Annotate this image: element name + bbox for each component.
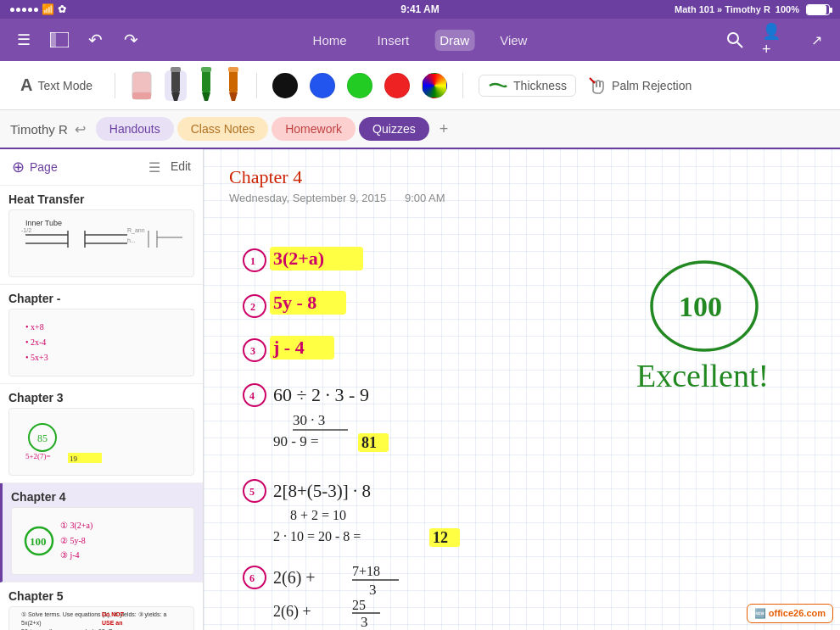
palm-rejection-button[interactable]: Palm Rejection bbox=[588, 76, 692, 95]
svg-text:① 3(2+a): ① 3(2+a) bbox=[60, 521, 92, 531]
watermark: 🆕 office26.com bbox=[747, 604, 833, 623]
home-tab[interactable]: Home bbox=[308, 30, 352, 51]
svg-text:8 + 2 = 10: 8 + 2 = 10 bbox=[290, 508, 346, 522]
svg-rect-1 bbox=[50, 32, 56, 47]
toolbar-center: Home Insert Draw View bbox=[308, 30, 533, 51]
add-person-button[interactable]: 👤+ bbox=[762, 26, 789, 53]
page-item-chapter-5[interactable]: Chapter 5 ① Solve terms. Use equations (… bbox=[0, 583, 203, 630]
svg-text:2(6) +: 2(6) + bbox=[273, 603, 311, 621]
svg-text:3: 3 bbox=[361, 614, 368, 630]
insert-tab[interactable]: Insert bbox=[372, 30, 415, 51]
page-thumbnail: Inner Tube -1/2 R_ann h... bbox=[8, 209, 194, 277]
svg-rect-9 bbox=[202, 69, 210, 92]
svg-text:25: 25 bbox=[352, 598, 366, 612]
page-title: Heat Transfer bbox=[8, 192, 194, 206]
edit-label[interactable]: Edit bbox=[171, 159, 191, 176]
eraser-tool[interactable] bbox=[131, 70, 153, 101]
menu-button[interactable]: ☰ bbox=[10, 26, 37, 53]
page-item-chapter-dash[interactable]: Chapter - • x+8 • 2x-4 • 5x+3 bbox=[0, 285, 203, 384]
svg-rect-5 bbox=[132, 92, 151, 99]
page-title: Chapter 5 bbox=[8, 589, 194, 603]
svg-line-3 bbox=[737, 42, 742, 47]
view-tab[interactable]: View bbox=[495, 30, 532, 51]
time-display: 9:41 AM bbox=[400, 3, 440, 15]
svg-text:j - 4: j - 4 bbox=[272, 337, 305, 358]
marker-green-tool[interactable] bbox=[199, 70, 214, 101]
svg-text:19: 19 bbox=[70, 454, 78, 463]
svg-text:5y - 8: 5y - 8 bbox=[273, 292, 316, 313]
svg-text:R_ann: R_ann bbox=[127, 227, 145, 234]
color-green[interactable] bbox=[347, 73, 372, 98]
svg-text:4: 4 bbox=[249, 390, 255, 402]
text-mode-button[interactable]: A Text Mode bbox=[14, 72, 99, 98]
status-bar: 📶 ✿ 9:41 AM Math 101 » Timothy R 100% bbox=[0, 0, 840, 19]
separator-1 bbox=[115, 73, 115, 98]
palm-rejection-label: Palm Rejection bbox=[612, 79, 692, 92]
svg-text:100: 100 bbox=[30, 535, 47, 548]
tab-handouts[interactable]: Handouts bbox=[96, 117, 174, 141]
page-item-heat-transfer[interactable]: Heat Transfer Inner Tube -1/2 R_ann h... bbox=[0, 186, 203, 285]
color-blue[interactable] bbox=[310, 73, 335, 98]
svg-text:2: 2 bbox=[250, 301, 255, 313]
svg-text:6: 6 bbox=[249, 572, 255, 584]
note-title: Chapter 4 bbox=[229, 166, 815, 188]
marker-orange-tool[interactable] bbox=[226, 70, 241, 101]
sidebar-header: ⊕ Page ☰ Edit bbox=[0, 149, 203, 186]
svg-point-63 bbox=[244, 384, 266, 406]
svg-text:• 2x-4: • 2x-4 bbox=[25, 337, 46, 347]
status-left: 📶 ✿ bbox=[10, 3, 66, 15]
sidebar-icons: ☰ Edit bbox=[148, 159, 191, 176]
svg-text:Do NOT: Do NOT bbox=[102, 611, 125, 617]
draw-tab[interactable]: Draw bbox=[434, 30, 474, 51]
page-item-chapter-4[interactable]: Chapter 4 100 ① 3(2+a) ② 5y-8 ③ j-4 bbox=[0, 483, 203, 583]
redo-button[interactable]: ↷ bbox=[117, 26, 144, 53]
svg-text:③ j-4: ③ j-4 bbox=[60, 550, 80, 560]
page-title: Chapter 4 bbox=[11, 490, 194, 504]
marker-dark-tool[interactable] bbox=[165, 70, 187, 101]
sidebar-toggle-button[interactable] bbox=[46, 26, 73, 53]
svg-rect-14 bbox=[228, 67, 238, 72]
svg-text:60 ÷ 2 · 3 - 9: 60 ÷ 2 · 3 - 9 bbox=[273, 384, 369, 405]
bluetooth-icon: ✿ bbox=[58, 3, 66, 15]
notebook-undo-icon[interactable]: ↩ bbox=[75, 121, 86, 137]
handwritten-content: 100 Excellent! 1 3(2+a) 2 5y - 8 3 j - 4 bbox=[229, 221, 840, 630]
notebook-tabs-row: Timothy R ↩ Handouts Class Notes Homewor… bbox=[0, 110, 840, 149]
svg-marker-7 bbox=[171, 92, 180, 101]
svg-point-71 bbox=[244, 480, 266, 502]
svg-text:• x+8: • x+8 bbox=[25, 322, 44, 332]
svg-marker-13 bbox=[229, 92, 238, 101]
tab-homework[interactable]: Homework bbox=[272, 117, 356, 141]
tab-quizzes[interactable]: Quizzes bbox=[359, 117, 429, 141]
svg-text:5x(2+x): 5x(2+x) bbox=[21, 620, 42, 627]
note-date: Wednesday, September 9, 2015 9:00 AM bbox=[229, 192, 815, 204]
svg-text:12: 12 bbox=[433, 529, 448, 546]
undo-button[interactable]: ↶ bbox=[81, 26, 109, 53]
list-icon[interactable]: ☰ bbox=[148, 159, 160, 176]
add-page-button[interactable]: ⊕ Page bbox=[12, 158, 58, 176]
page-item-chapter-3[interactable]: Chapter 3 85 5+2(7)= 19 bbox=[0, 384, 203, 483]
color-picker[interactable] bbox=[422, 73, 447, 98]
tab-classnotes[interactable]: Class Notes bbox=[177, 117, 268, 141]
svg-point-2 bbox=[728, 33, 738, 43]
note-area[interactable]: Chapter 4 Wednesday, September 9, 2015 9… bbox=[204, 149, 840, 630]
date-text: Wednesday, September 9, 2015 bbox=[229, 192, 386, 204]
svg-text:85: 85 bbox=[37, 432, 48, 444]
color-black[interactable] bbox=[272, 73, 298, 98]
expand-button[interactable]: ↗ bbox=[803, 26, 830, 53]
svg-text:30 · 3: 30 · 3 bbox=[293, 412, 325, 428]
color-red[interactable] bbox=[384, 73, 410, 98]
svg-text:USE an: USE an bbox=[102, 620, 123, 626]
toolbar-right: 👤+ ↗ bbox=[721, 26, 830, 53]
search-button[interactable] bbox=[721, 26, 748, 53]
svg-rect-6 bbox=[171, 69, 180, 92]
status-right: Math 101 » Timothy R 100% bbox=[675, 4, 830, 15]
thickness-button[interactable]: Thickness bbox=[479, 75, 576, 97]
svg-text:② 5y-8: ② 5y-8 bbox=[60, 536, 86, 545]
svg-text:-1/2: -1/2 bbox=[21, 227, 31, 233]
svg-line-15 bbox=[590, 78, 595, 83]
thickness-label: Thickness bbox=[513, 79, 567, 92]
svg-text:81: 81 bbox=[361, 434, 377, 451]
separator-2 bbox=[256, 73, 257, 98]
svg-text:3: 3 bbox=[369, 582, 377, 598]
add-tab-button[interactable]: + bbox=[433, 120, 456, 138]
